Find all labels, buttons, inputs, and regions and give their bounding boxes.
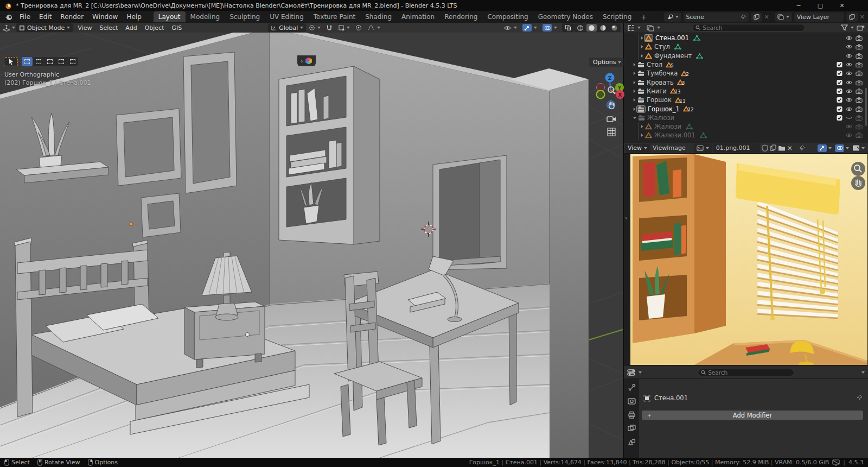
hide-eye-icon[interactable] — [845, 70, 853, 77]
visibility-dropdown[interactable] — [501, 23, 520, 32]
gizmos-dropdown[interactable] — [520, 23, 540, 32]
disable-render-camera-icon[interactable] — [856, 97, 863, 103]
disable-render-camera-icon[interactable] — [856, 35, 863, 41]
app-menu-button[interactable] — [2, 12, 15, 21]
hide-eye-icon[interactable] — [845, 123, 853, 130]
outliner-row-фундамент[interactable]: Фундамент — [624, 52, 868, 60]
minimize-button[interactable]: ─ — [788, 0, 809, 11]
view-layer-new-button[interactable] — [846, 12, 858, 22]
select-mode-invert[interactable] — [56, 57, 67, 66]
maximize-button[interactable]: ▢ — [809, 0, 831, 11]
view-layer-name-field[interactable]: View Layer — [794, 12, 844, 22]
falloff-dropdown[interactable] — [365, 23, 383, 32]
workspace-tab-compositing[interactable]: Compositing — [482, 11, 533, 22]
expand-chevron-icon[interactable] — [640, 123, 644, 130]
chevron-down-icon[interactable] — [637, 27, 641, 29]
workspace-tab-modeling[interactable]: Modeling — [186, 11, 225, 22]
expand-chevron-icon[interactable] — [633, 70, 636, 77]
select-mode-subtract[interactable] — [44, 57, 55, 66]
workspace-tab-layout[interactable]: Layout — [154, 11, 186, 22]
select-mode-extend[interactable] — [33, 57, 44, 66]
viewport-menu-add[interactable]: Add — [122, 24, 141, 31]
hide-eye-icon[interactable] — [845, 43, 853, 50]
exclude-checkbox[interactable] — [837, 97, 843, 103]
select-tool-button[interactable] — [4, 57, 18, 66]
overlays-toggle[interactable] — [835, 144, 844, 152]
camera-view-icon[interactable] — [607, 115, 616, 123]
zoom-view-icon[interactable] — [607, 86, 616, 95]
disable-render-camera-icon[interactable] — [856, 88, 863, 94]
disable-render-camera-icon[interactable] — [856, 115, 863, 121]
chevron-down-icon[interactable] — [851, 27, 854, 29]
disable-render-camera-icon[interactable] — [856, 43, 863, 50]
exclude-checkbox[interactable] — [837, 61, 843, 68]
disable-render-camera-icon[interactable] — [856, 61, 863, 68]
duplicate-icon[interactable] — [770, 144, 776, 152]
properties-tab-view-layer[interactable] — [628, 425, 636, 432]
add-modifier-button[interactable]: ＋ Add Modifier — [642, 411, 863, 420]
hide-eye-icon[interactable] — [845, 106, 853, 112]
outliner-row-жалюзи[interactable]: Жалюзи — [624, 113, 868, 122]
disable-render-camera-icon[interactable] — [856, 53, 863, 59]
image-menu-image[interactable]: Image — [667, 144, 685, 152]
properties-tab-tool[interactable] — [628, 383, 636, 392]
workspace-tab-texture-paint[interactable]: Texture Paint — [309, 11, 360, 22]
properties-tab-output[interactable] — [628, 411, 636, 419]
chevron-down-icon[interactable] — [639, 371, 642, 374]
open-folder-icon[interactable] — [778, 145, 786, 152]
new-collection-icon[interactable] — [857, 24, 865, 31]
disable-render-camera-icon[interactable] — [856, 123, 863, 130]
image-browse-button[interactable] — [694, 143, 712, 153]
overlays-dropdown[interactable] — [540, 23, 560, 32]
expand-chevron-icon[interactable] — [633, 115, 637, 121]
shading-material-button[interactable] — [598, 24, 608, 31]
view-layer-browse-button[interactable] — [775, 12, 792, 22]
exclude-checkbox[interactable] — [837, 70, 843, 77]
proportional-edit-toggle[interactable] — [353, 23, 365, 32]
exclude-checkbox[interactable] — [837, 106, 843, 112]
breadcrumb-object-name[interactable]: Стена.001 — [654, 394, 688, 402]
pivot-point-dropdown[interactable] — [306, 23, 323, 32]
scene-name-field[interactable]: Scene — [684, 12, 749, 22]
scene-browse-button[interactable] — [664, 12, 681, 22]
chevron-down-icon[interactable] — [12, 27, 15, 29]
image-editor-body[interactable]: › ‹ — [624, 154, 868, 366]
hide-eye-icon[interactable] — [845, 61, 853, 68]
expand-chevron-icon[interactable] — [633, 106, 636, 112]
viewport-menu-view[interactable]: View — [74, 24, 95, 31]
hide-eye-icon[interactable] — [845, 132, 853, 138]
properties-tab-scene[interactable] — [628, 438, 636, 446]
outliner-search[interactable] — [692, 24, 805, 31]
expand-chevron-icon[interactable] — [640, 43, 644, 50]
outliner-row-тумбочка[interactable]: Тумбочка2 — [624, 69, 868, 78]
options-dropdown[interactable]: Options — [589, 58, 625, 67]
outliner-search-input[interactable] — [703, 24, 802, 31]
menu-item-window[interactable]: Window — [88, 13, 122, 21]
outliner-row-стол[interactable]: Стол5 — [624, 60, 868, 69]
viewport-menu-gis[interactable]: GIS — [168, 24, 186, 31]
close-button[interactable]: ✕ — [831, 0, 853, 11]
workspace-tab-sculpting[interactable]: Sculpting — [225, 11, 265, 22]
editor-type-properties-icon[interactable] — [627, 369, 636, 376]
editor-type-3d-icon[interactable] — [2, 24, 11, 31]
options-chevron-icon[interactable] — [861, 371, 865, 374]
unlink-image-button[interactable]: ✕ — [787, 144, 793, 152]
outliner-row-стена-001[interactable]: Стена.001 — [624, 34, 868, 42]
workspace-tab-scripting[interactable]: Scripting — [598, 11, 636, 22]
editor-type-outliner-icon[interactable] — [627, 24, 635, 31]
zoom-button[interactable] — [851, 162, 865, 176]
shading-wireframe-button[interactable] — [575, 24, 585, 31]
outliner-row-горшок[interactable]: Горшок11 — [624, 96, 868, 104]
viewport-3d[interactable]: Object Mode ViewSelectAddObjectGIS Globa… — [0, 23, 623, 458]
select-mode-new[interactable] — [22, 57, 33, 66]
snap-settings-dropdown[interactable] — [335, 23, 353, 32]
hide-eye-icon[interactable] — [845, 115, 853, 121]
outliner-row-горшок-1[interactable]: Горшок_112 — [624, 104, 868, 113]
pin-icon[interactable] — [740, 14, 746, 20]
xray-toggle[interactable] — [562, 23, 574, 32]
outliner-row-книги[interactable]: Книги13 — [624, 87, 868, 96]
outliner-row-стул[interactable]: Стул — [624, 42, 868, 51]
viewport-scene[interactable] — [0, 33, 623, 458]
outliner-row-жалюзи[interactable]: Жалюзи — [624, 122, 868, 131]
image-menu-view[interactable]: View — [653, 144, 667, 152]
